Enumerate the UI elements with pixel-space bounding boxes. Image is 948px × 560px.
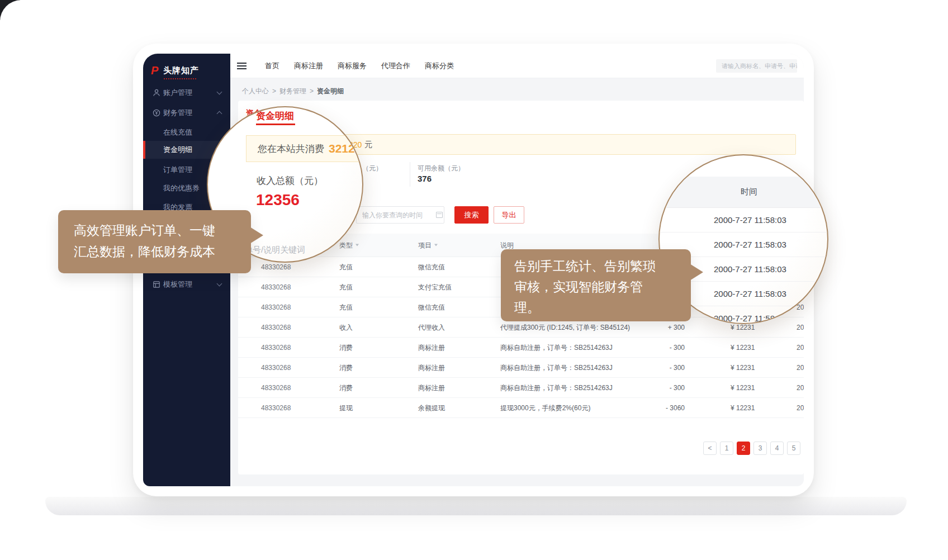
sidebar-item-label: 我的优惠券: [163, 183, 200, 193]
magnified-income-label: 收入总额（元）: [257, 174, 323, 187]
nav-item-trademark-category[interactable]: 商标分类: [425, 61, 454, 71]
stat-expense-label: （元）: [362, 164, 382, 173]
cell-amount: - 3060: [626, 404, 685, 412]
header-project[interactable]: 项目: [418, 240, 438, 250]
breadcrumb-part[interactable]: 财务管理: [279, 87, 306, 95]
cell-order-no: 48330268: [261, 263, 291, 271]
magnified-notice-bar: 您在本站共消费 32124: [246, 135, 363, 162]
cell-project: 商标注册: [418, 363, 445, 372]
magnified-page-title: 资金明细: [256, 110, 294, 122]
cell-project: 代理收入: [418, 322, 445, 332]
sort-caret-icon: [434, 244, 438, 246]
stat-balance-label: 可用余额（元）: [418, 164, 464, 173]
table-row: 48330268 消费 商标注册 商标自助注册，订单号：SB2514263J -…: [238, 358, 804, 378]
user-icon: [152, 88, 161, 97]
chevron-up-icon: [217, 111, 222, 117]
magnified-time-row: 2000-7-27 11:58:03: [660, 208, 827, 232]
search-button[interactable]: 搜索: [454, 206, 489, 224]
table-row: 48330268 消费 商标注册 商标自助注册，订单号：SB2514263J -…: [238, 338, 804, 358]
stat-balance-value: 376: [418, 174, 432, 183]
callout-arrow-icon: [250, 227, 263, 244]
cell-project: 支付宝充值: [418, 282, 452, 292]
cell-order-no: 48330268: [261, 404, 291, 412]
cell-balance: ¥ 12231: [731, 404, 755, 412]
nav-item-home[interactable]: 首页: [265, 61, 279, 71]
hamburger-menu-icon[interactable]: [237, 63, 247, 71]
sidebar-item-label: 资金明细: [163, 145, 192, 155]
cell-order-no: 48330268: [261, 344, 291, 352]
background-corner-mask: [0, 0, 41, 41]
logo[interactable]: P 头牌知产: [151, 63, 199, 78]
breadcrumb-separator: >: [310, 87, 314, 95]
breadcrumb-current: 资金明细: [317, 87, 344, 95]
magnified-income-value: 12356: [256, 191, 300, 209]
cell-balance: ¥ 12231: [731, 344, 755, 352]
top-navigation: 首页 商标注册 商标服务 代理合作 商标分类: [265, 54, 454, 78]
nav-item-trademark-register[interactable]: 商标注册: [294, 61, 323, 71]
search-input[interactable]: [716, 59, 797, 73]
callout-text-line: 告别手工统计、告别繁琐: [514, 256, 691, 277]
pagination-prev-button[interactable]: <: [703, 442, 717, 455]
cell-time: 2000-7-27 11:58:03: [797, 324, 804, 331]
nav-item-agent-cooperation[interactable]: 代理合作: [381, 61, 410, 71]
logo-icon: P: [151, 64, 163, 77]
cell-time: 2000-7-27 11:58:03: [797, 404, 804, 412]
cell-project: 商标注册: [418, 343, 445, 352]
sidebar-item-template[interactable]: 模板管理: [143, 276, 230, 293]
cell-balance: ¥ 12231: [731, 324, 755, 331]
cell-project: 微信充值: [418, 302, 445, 312]
breadcrumb: 个人中心>财务管理>资金明细: [242, 87, 344, 96]
callout-text-line: 汇总数据，降低财务成本: [74, 241, 251, 262]
date-query-input[interactable]: [356, 206, 444, 224]
pagination-page-4[interactable]: 4: [770, 442, 784, 455]
cell-balance: ¥ 12231: [731, 384, 755, 392]
breadcrumb-part[interactable]: 个人中心: [242, 87, 269, 95]
cell-description: 商标自助注册，订单号：SB2514263J: [500, 383, 613, 392]
pagination-page-5[interactable]: 5: [787, 442, 800, 455]
cell-time: 2000-7-27 11:58:03: [797, 384, 804, 392]
cell-project: 微信充值: [418, 262, 445, 272]
callout-text-line: 审核，实现智能财务管: [514, 277, 691, 297]
sidebar-item-label: 模板管理: [163, 279, 192, 290]
callout-smart-finance: 告别手工统计、告别繁琐 审核，实现智能财务管 理。: [501, 249, 691, 321]
nav-item-trademark-service[interactable]: 商标服务: [338, 61, 367, 71]
finance-icon: [152, 108, 161, 117]
export-button[interactable]: 导出: [494, 206, 524, 224]
callout-text-line: 高效管理账户订单、一键: [74, 220, 251, 241]
pagination-page-3[interactable]: 3: [753, 442, 767, 455]
sidebar-item-label: 订单管理: [163, 165, 192, 175]
pagination-page-1[interactable]: 1: [720, 442, 733, 455]
callout-text-line: 理。: [514, 297, 691, 318]
header-description: 说明: [500, 240, 514, 250]
sidebar-item-account[interactable]: 账户管理: [143, 84, 230, 102]
cell-time: 2000-7-27 11:58:03: [797, 364, 804, 372]
sidebar-item-label: 财务管理: [163, 108, 192, 118]
notice-unit: 元: [364, 140, 372, 150]
logo-subtext: [164, 78, 196, 79]
laptop-base: [45, 497, 907, 515]
sidebar-item-online-recharge[interactable]: 在线充值: [143, 124, 230, 141]
cell-order-no: 48330268: [261, 303, 291, 311]
cell-order-no: 48330268: [261, 283, 291, 291]
callout-arrow-icon: [690, 264, 703, 281]
stat-divider: [410, 162, 410, 187]
chevron-down-icon: [217, 89, 222, 95]
cell-type: 充值: [339, 282, 353, 292]
sidebar-item-finance[interactable]: 财务管理: [143, 104, 230, 122]
cell-type: 消费: [339, 343, 353, 352]
pagination-page-2[interactable]: 2: [737, 442, 750, 455]
calendar-icon[interactable]: [436, 212, 443, 218]
breadcrumb-separator: >: [272, 87, 276, 95]
table-row: 48330268 消费 商标注册 商标自助注册，订单号：SB2514263J -…: [238, 378, 804, 398]
magnified-title-underline: [256, 124, 295, 125]
cell-order-no: 48330268: [261, 364, 291, 372]
cell-type: 提现: [339, 403, 353, 412]
cell-time: 2000-7-27 11:58:03: [797, 344, 804, 352]
header-type[interactable]: 类型: [339, 240, 359, 250]
logo-text: 头牌知产: [163, 65, 199, 76]
cell-order-no: 48330268: [261, 384, 291, 392]
sort-caret-icon: [356, 244, 359, 246]
cell-description: 代理提成300元 (ID:1245, 订单号: SB45124): [500, 322, 630, 332]
cell-type: 充值: [339, 302, 353, 312]
cell-type: 消费: [339, 363, 353, 372]
